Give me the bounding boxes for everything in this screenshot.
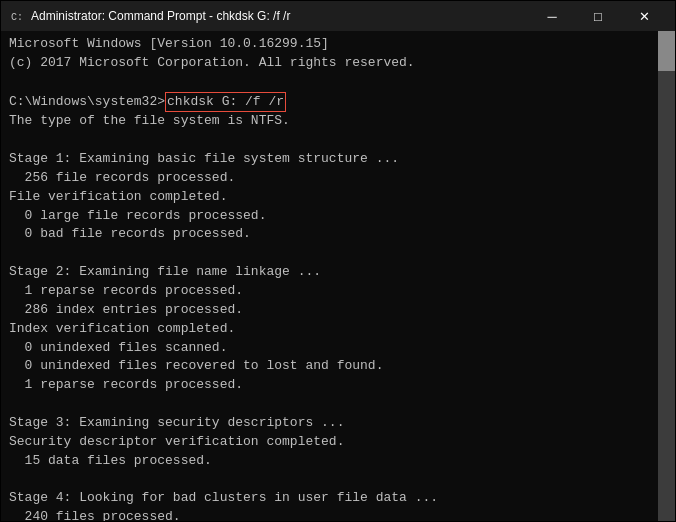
output-line-19	[9, 470, 649, 489]
output-line-18: 15 data files processed.	[9, 452, 649, 471]
window-controls: ─ □ ✕	[529, 1, 667, 31]
output-line-6: 0 bad file records processed.	[9, 225, 649, 244]
output-line-12: 0 unindexed files scanned.	[9, 339, 649, 358]
output-line-11: Index verification completed.	[9, 320, 649, 339]
minimize-button[interactable]: ─	[529, 1, 575, 31]
output-line-9: 1 reparse records processed.	[9, 282, 649, 301]
output-line-17: Security descriptor verification complet…	[9, 433, 649, 452]
output-line-21: 240 files processed.	[9, 508, 649, 521]
cmd-window: C: Administrator: Command Prompt - chkds…	[0, 0, 676, 522]
command-line: C:\Windows\system32>chkdsk G: /f /r	[9, 92, 649, 113]
svg-text:C:: C:	[11, 12, 23, 23]
terminal-body[interactable]: Microsoft Windows [Version 10.0.16299.15…	[1, 31, 675, 521]
header-line-3	[9, 73, 649, 92]
prompt: C:\Windows\system32>	[9, 93, 165, 112]
title-bar-left: C: Administrator: Command Prompt - chkds…	[9, 8, 290, 24]
output-line-13: 0 unindexed files recovered to lost and …	[9, 357, 649, 376]
close-button[interactable]: ✕	[621, 1, 667, 31]
scrollbar[interactable]	[658, 31, 675, 521]
output-line-3: 256 file records processed.	[9, 169, 649, 188]
output-line-15	[9, 395, 649, 414]
cmd-icon: C:	[9, 8, 25, 24]
output-line-10: 286 index entries processed.	[9, 301, 649, 320]
terminal-content: Microsoft Windows [Version 10.0.16299.15…	[9, 35, 667, 521]
command-text: chkdsk G: /f /r	[165, 92, 286, 113]
header-line-2: (c) 2017 Microsoft Corporation. All righ…	[9, 54, 649, 73]
output-line-16: Stage 3: Examining security descriptors …	[9, 414, 649, 433]
scrollbar-thumb[interactable]	[658, 31, 675, 71]
window-title: Administrator: Command Prompt - chkdsk G…	[31, 9, 290, 23]
header-line-1: Microsoft Windows [Version 10.0.16299.15…	[9, 35, 649, 54]
output-line-0: The type of the file system is NTFS.	[9, 112, 649, 131]
output-line-2: Stage 1: Examining basic file system str…	[9, 150, 649, 169]
output-line-20: Stage 4: Looking for bad clusters in use…	[9, 489, 649, 508]
output-line-8: Stage 2: Examining file name linkage ...	[9, 263, 649, 282]
title-bar: C: Administrator: Command Prompt - chkds…	[1, 1, 675, 31]
output-line-14: 1 reparse records processed.	[9, 376, 649, 395]
output-line-7	[9, 244, 649, 263]
output-line-1	[9, 131, 649, 150]
output-line-4: File verification completed.	[9, 188, 649, 207]
output-line-5: 0 large file records processed.	[9, 207, 649, 226]
maximize-button[interactable]: □	[575, 1, 621, 31]
